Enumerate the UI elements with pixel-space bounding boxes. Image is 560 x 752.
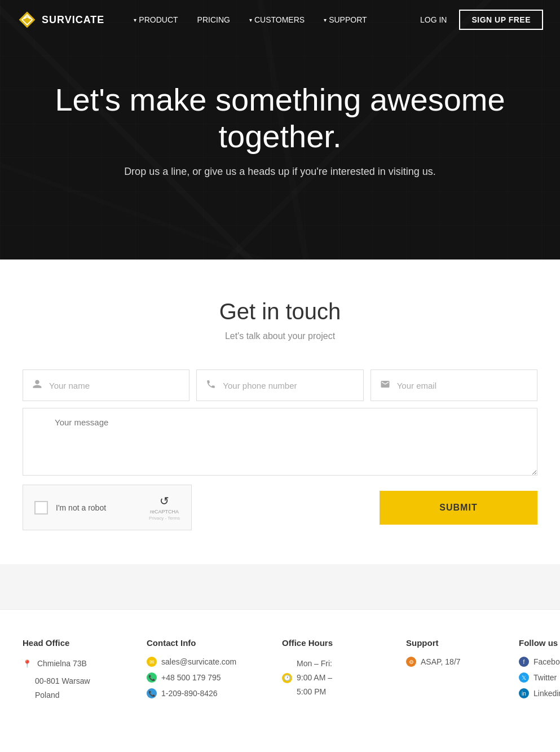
facebook-icon: f [519, 657, 529, 667]
email-icon [380, 379, 390, 392]
footer-hours-row: 🕐 Mon – Fri: 9:00 AM – 5:00 PM [282, 657, 395, 700]
recaptcha-label: I'm not a robot [56, 503, 141, 512]
recaptcha-checkbox[interactable] [34, 501, 48, 514]
navbar: SURVICATE ▾ PRODUCT PRICING ▾ CUSTOMERS … [0, 0, 560, 39]
name-input[interactable] [49, 381, 180, 390]
address-line1: Chmielna 73B [37, 659, 87, 668]
contact-subtitle: Let's talk about your project [23, 331, 537, 341]
support-icon: ⚙ [406, 657, 416, 667]
footer-social-col: Follow us f Facebook 𝕏 Twitter in Linked… [519, 638, 560, 705]
message-input[interactable] [23, 408, 537, 476]
address-line3: Poland [23, 688, 135, 702]
footer-phone2: 1-209-890-8426 [161, 689, 218, 698]
logo[interactable]: SURVICATE [17, 10, 104, 30]
footer-hours-text: Mon – Fri: 9:00 AM – 5:00 PM [297, 657, 332, 700]
phone-field-wrapper [196, 370, 363, 401]
email-input[interactable] [397, 381, 528, 390]
footer-address: 📍 Chmielna 73B 00-801 Warsaw Poland [23, 657, 135, 703]
address-line2: 00-801 Warsaw [23, 674, 135, 688]
linkedin-icon: in [519, 688, 529, 698]
form-row-1 [23, 370, 537, 401]
contact-form: I'm not a robot ↺ reCAPTCHA Privacy - Te… [23, 370, 537, 530]
phone1-footer-icon: 📞 [147, 672, 157, 683]
footer-office-col: Head Office 📍 Chmielna 73B 00-801 Warsaw… [23, 638, 135, 705]
footer-contact-title: Contact Info [147, 638, 271, 648]
footer-contact-col: Contact Info ✉ sales@survicate.com 📞 +48… [147, 638, 271, 705]
contact-title: Get in touch [23, 299, 537, 324]
name-field-wrapper [23, 370, 189, 401]
footer-spacer [0, 564, 560, 609]
nav-pricing[interactable]: PRICING [191, 11, 237, 29]
hero-title: Let's make something awesome together. [11, 82, 549, 155]
hero-content: Let's make something awesome together. D… [0, 82, 560, 178]
footer-support-title: Support [406, 638, 508, 648]
person-icon [32, 379, 42, 392]
footer-linkedin-row[interactable]: in Linkedin [519, 688, 560, 698]
nav-product[interactable]: ▾ PRODUCT [127, 11, 184, 29]
footer-hours-title: Office Hours [282, 638, 395, 648]
twitter-icon: 𝕏 [519, 672, 529, 683]
footer-support-col: Support ⚙ ASAP, 18/7 [406, 638, 508, 705]
logo-text: SURVICATE [42, 14, 104, 26]
recaptcha-box[interactable]: I'm not a robot ↺ reCAPTCHA Privacy - Te… [23, 485, 192, 530]
footer-phone1-row: 📞 +48 500 179 795 [147, 672, 271, 683]
email-footer-icon: ✉ [147, 657, 157, 667]
footer-office-title: Head Office [23, 638, 135, 648]
footer-social-title: Follow us [519, 638, 560, 648]
location-icon: 📍 [23, 659, 32, 668]
footer-twitter-row[interactable]: 𝕏 Twitter [519, 672, 560, 683]
nav-links: ▾ PRODUCT PRICING ▾ CUSTOMERS ▾ SUPPORT [127, 11, 413, 29]
footer-facebook-row[interactable]: f Facebook [519, 657, 560, 667]
footer-support-text: ASAP, 18/7 [421, 657, 461, 666]
footer-facebook-label: Facebook [533, 657, 560, 666]
recaptcha-links: Privacy - Terms [149, 516, 180, 521]
phone2-footer-icon: 📞 [147, 688, 157, 698]
footer-linkedin-label: Linkedin [533, 689, 560, 698]
phone-input[interactable] [223, 381, 354, 390]
footer-twitter-label: Twitter [533, 673, 557, 682]
email-field-wrapper [371, 370, 537, 401]
footer: Head Office 📍 Chmielna 73B 00-801 Warsaw… [0, 609, 560, 728]
phone-icon [206, 379, 216, 392]
footer-support-row: ⚙ ASAP, 18/7 [406, 657, 508, 667]
recaptcha-brand: reCAPTCHA [150, 509, 179, 514]
footer-email-row: ✉ sales@survicate.com [147, 657, 271, 667]
nav-signup-button[interactable]: SIGN UP FREE [459, 10, 543, 30]
message-wrapper [23, 408, 537, 478]
footer-email: sales@survicate.com [161, 657, 236, 666]
footer-phone1: +48 500 179 795 [161, 673, 221, 682]
nav-customers[interactable]: ▾ CUSTOMERS [242, 11, 311, 29]
footer-hours-col: Office Hours 🕐 Mon – Fri: 9:00 AM – 5:00… [282, 638, 395, 705]
footer-phone2-row: 📞 1-209-890-8426 [147, 688, 271, 698]
hours-line2: 9:00 AM – [297, 671, 332, 685]
nav-support[interactable]: ▾ SUPPORT [317, 11, 373, 29]
recaptcha-logo: ↺ reCAPTCHA Privacy - Terms [149, 494, 180, 521]
hours-line3: 5:00 PM [297, 685, 332, 699]
contact-section: Get in touch Let's talk about your proje… [0, 260, 560, 564]
contact-header: Get in touch Let's talk about your proje… [23, 299, 537, 341]
submit-button[interactable]: SUBMIT [380, 491, 537, 525]
nav-right: LOG IN SIGN UP FREE [413, 10, 543, 30]
form-bottom: I'm not a robot ↺ reCAPTCHA Privacy - Te… [23, 485, 537, 530]
recaptcha-icon: ↺ [160, 494, 169, 508]
hero-subtitle: Drop us a line, or give us a heads up if… [11, 166, 549, 178]
clock-icon: 🕐 [282, 673, 292, 683]
footer-grid: Head Office 📍 Chmielna 73B 00-801 Warsaw… [23, 638, 537, 705]
nav-login[interactable]: LOG IN [413, 11, 453, 29]
hours-line1: Mon – Fri: [297, 657, 332, 671]
